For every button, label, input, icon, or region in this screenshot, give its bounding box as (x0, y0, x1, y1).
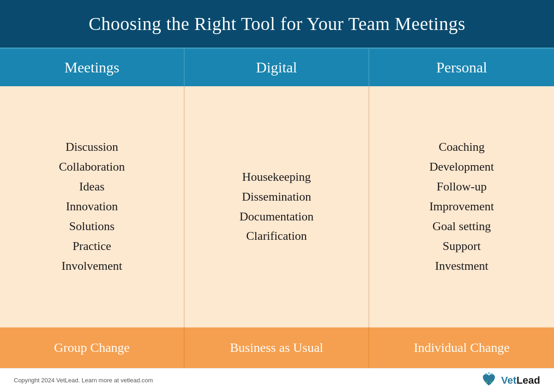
vetlead-logo: VetLead (480, 372, 540, 389)
content-cell-meetings: DiscussionCollaborationIdeasInnovationSo… (0, 86, 185, 327)
page-title: Choosing the Right Tool for Your Team Me… (18, 13, 536, 35)
col-header-personal: Personal (369, 49, 554, 86)
svg-point-0 (485, 373, 487, 375)
vetlead-icon (480, 372, 498, 389)
footer-business-usual: Business as Usual (185, 327, 369, 368)
copyright-bar: Copyright 2024 VetLead. Learn more at ve… (0, 368, 554, 392)
content-cell-digital: HousekeepingDisseminationDocumentationCl… (185, 86, 369, 327)
digital-items: HousekeepingDisseminationDocumentationCl… (240, 167, 313, 247)
content-cell-personal: CoachingDevelopmentFollow-upImprovementG… (369, 86, 554, 327)
personal-items: CoachingDevelopmentFollow-upImprovementG… (429, 137, 494, 276)
header: Choosing the Right Tool for Your Team Me… (0, 0, 554, 48)
content-area: DiscussionCollaborationIdeasInnovationSo… (0, 86, 554, 327)
svg-point-4 (490, 380, 492, 383)
footer-group-change: Group Change (0, 327, 185, 368)
copyright-text: Copyright 2024 VetLead. Learn more at ve… (14, 377, 153, 384)
svg-point-1 (488, 372, 490, 374)
col-header-meetings: Meetings (0, 49, 185, 86)
col-header-digital: Digital (185, 49, 369, 86)
svg-point-3 (485, 380, 488, 383)
svg-point-2 (491, 373, 493, 375)
footer-individual-change: Individual Change (369, 327, 554, 368)
page-wrapper: Choosing the Right Tool for Your Team Me… (0, 0, 554, 392)
footer-labels: Group Change Business as Usual Individua… (0, 327, 554, 368)
meetings-items: DiscussionCollaborationIdeasInnovationSo… (59, 137, 125, 276)
column-headers: Meetings Digital Personal (0, 49, 554, 86)
vetlead-name: VetLead (501, 374, 540, 386)
